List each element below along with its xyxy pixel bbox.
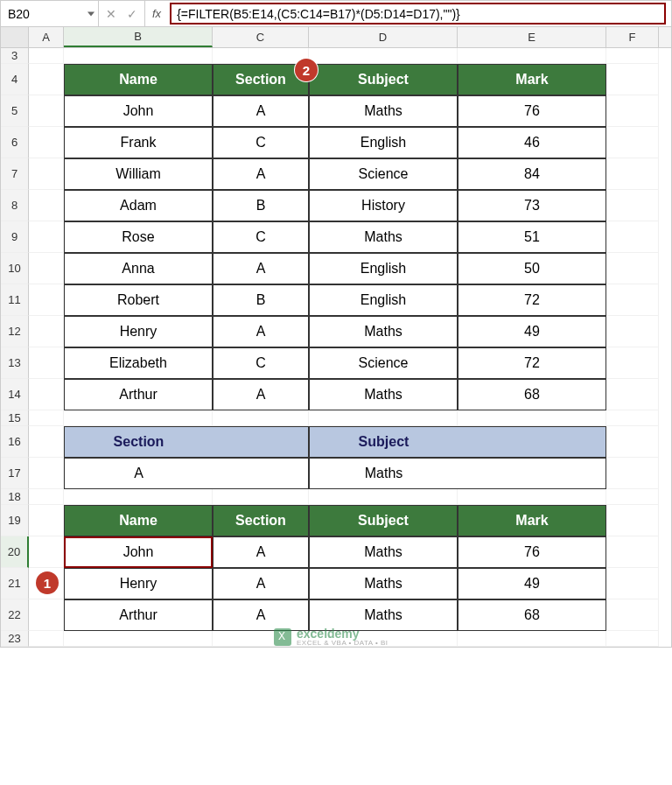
cell[interactable]: C — [213, 221, 309, 253]
row-header[interactable]: 11 — [1, 284, 29, 316]
row-header[interactable]: 20 — [1, 536, 29, 568]
cell[interactable] — [458, 458, 606, 489]
cell[interactable]: B — [213, 190, 309, 221]
cell[interactable]: C — [213, 127, 309, 158]
cell[interactable]: English — [309, 284, 458, 316]
cell[interactable] — [29, 221, 64, 253]
cell[interactable]: John — [64, 536, 213, 568]
row-header[interactable]: 7 — [1, 158, 29, 190]
cell[interactable] — [29, 253, 64, 284]
cell[interactable] — [29, 316, 64, 347]
formula-input[interactable]: {=FILTER(B5:E14,(C5:C14=B17)*(D5:D14=D17… — [170, 3, 666, 25]
row-header[interactable]: 12 — [1, 316, 29, 347]
cell[interactable] — [606, 568, 659, 599]
cell[interactable] — [29, 95, 64, 127]
cell[interactable] — [29, 536, 64, 568]
cell[interactable]: Mark — [458, 64, 606, 95]
cell[interactable] — [29, 190, 64, 221]
cell[interactable] — [213, 426, 309, 458]
cell[interactable] — [29, 458, 64, 489]
cell[interactable]: 68 — [458, 379, 606, 410]
cell[interactable] — [29, 505, 64, 536]
row-header[interactable]: 17 — [1, 458, 29, 489]
row-header[interactable]: 15 — [1, 410, 29, 426]
cell[interactable]: C — [213, 347, 309, 379]
cell[interactable]: History — [309, 190, 458, 221]
cell[interactable] — [309, 489, 458, 505]
cell[interactable]: William — [64, 158, 213, 190]
cell[interactable] — [29, 127, 64, 158]
cell[interactable]: Adam — [64, 190, 213, 221]
cell[interactable]: John — [64, 95, 213, 127]
cell[interactable]: 50 — [458, 253, 606, 284]
cell[interactable]: Rose — [64, 221, 213, 253]
cell[interactable] — [606, 426, 659, 458]
cell[interactable] — [606, 221, 659, 253]
cell[interactable]: Henry — [64, 316, 213, 347]
cell[interactable]: Maths — [309, 536, 458, 568]
cell[interactable]: A — [213, 536, 309, 568]
cell[interactable] — [606, 190, 659, 221]
sheet-area[interactable]: 2 NameSectionSubjectMarkJohnAMaths76Fran… — [29, 48, 671, 647]
row-header[interactable]: 5 — [1, 95, 29, 127]
cell[interactable] — [29, 426, 64, 458]
cell[interactable] — [606, 458, 659, 489]
cell[interactable]: 72 — [458, 347, 606, 379]
cell[interactable]: Name — [64, 505, 213, 536]
cell[interactable]: 49 — [458, 568, 606, 599]
cell[interactable]: Frank — [64, 127, 213, 158]
cell[interactable] — [213, 458, 309, 489]
col-header-C[interactable]: C — [213, 27, 309, 47]
cell[interactable]: Section — [213, 505, 309, 536]
cell[interactable]: A — [213, 379, 309, 410]
row-header[interactable]: 4 — [1, 64, 29, 95]
cell[interactable]: Science — [309, 347, 458, 379]
col-header-D[interactable]: D — [309, 27, 458, 47]
cell[interactable] — [64, 631, 213, 647]
cell[interactable] — [606, 64, 659, 95]
row-header[interactable]: 22 — [1, 599, 29, 631]
cell[interactable] — [606, 127, 659, 158]
cell[interactable]: Arthur — [64, 599, 213, 631]
cell[interactable]: Maths — [309, 316, 458, 347]
cell[interactable]: Mark — [458, 505, 606, 536]
row-header[interactable]: 8 — [1, 190, 29, 221]
cell[interactable] — [606, 599, 659, 631]
cell[interactable] — [606, 347, 659, 379]
cell[interactable]: A — [213, 568, 309, 599]
row-header[interactable]: 13 — [1, 347, 29, 379]
cell[interactable] — [606, 95, 659, 127]
col-header-F[interactable]: F — [606, 27, 659, 47]
cell[interactable]: Elizabeth — [64, 347, 213, 379]
cell[interactable] — [29, 347, 64, 379]
cell[interactable]: Subject — [309, 505, 458, 536]
cell[interactable]: Science — [309, 158, 458, 190]
cell[interactable] — [606, 631, 659, 647]
cell[interactable]: A — [213, 95, 309, 127]
row-header[interactable]: 14 — [1, 379, 29, 410]
cell[interactable] — [458, 489, 606, 505]
cell[interactable]: Maths — [309, 568, 458, 599]
cell[interactable]: 73 — [458, 190, 606, 221]
cell[interactable] — [458, 48, 606, 64]
cell[interactable] — [458, 410, 606, 426]
cell[interactable] — [29, 158, 64, 190]
cell[interactable] — [606, 536, 659, 568]
cell[interactable] — [213, 489, 309, 505]
cell[interactable]: Name — [64, 64, 213, 95]
col-header-E[interactable]: E — [458, 27, 606, 47]
cell[interactable]: Maths — [309, 458, 458, 489]
cell[interactable]: English — [309, 127, 458, 158]
cell[interactable]: 76 — [458, 536, 606, 568]
row-header[interactable]: 10 — [1, 253, 29, 284]
cell[interactable]: Maths — [309, 379, 458, 410]
cell[interactable] — [606, 48, 659, 64]
cell[interactable]: 51 — [458, 221, 606, 253]
cell[interactable]: A — [213, 599, 309, 631]
cell[interactable]: Subject — [309, 426, 458, 458]
cell[interactable] — [29, 48, 64, 64]
cell[interactable] — [606, 284, 659, 316]
cell[interactable] — [29, 379, 64, 410]
select-all-corner[interactable] — [1, 27, 29, 47]
cell[interactable] — [309, 410, 458, 426]
